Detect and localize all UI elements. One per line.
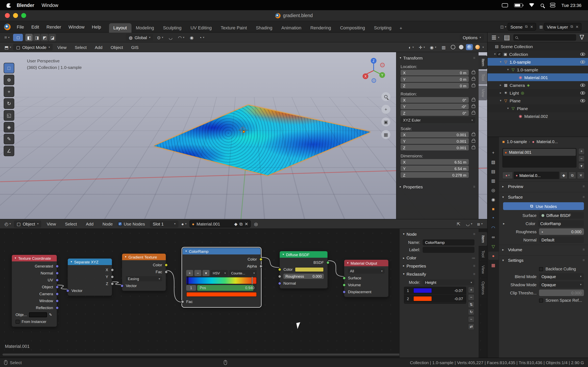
zoom-button[interactable] xyxy=(381,92,390,101)
axis-value-field[interactable]: X0° xyxy=(401,97,469,103)
xray-toggle[interactable]: ▥ xyxy=(440,43,447,51)
row-label[interactable]: Light xyxy=(510,90,519,95)
interpolation-dropdown[interactable]: Counte...▾ xyxy=(229,270,257,276)
sidebar-tab[interactable]: Item xyxy=(479,232,487,246)
disclosure-icon[interactable]: ▾ xyxy=(506,106,510,110)
gizmo-minus-z[interactable] xyxy=(372,78,376,83)
drag-grip-icon[interactable]: ≡ xyxy=(473,232,475,236)
row-label[interactable]: Plane xyxy=(510,98,521,103)
close-icon[interactable]: ✕ xyxy=(576,25,579,29)
settings-section-header[interactable]: ▾Settings ≡ xyxy=(499,255,588,265)
node-tree-arrows-icon[interactable]: ⇱ xyxy=(455,220,462,227)
new-material-button[interactable]: ⧉ xyxy=(568,172,576,179)
row-label[interactable]: Material.001 xyxy=(524,75,548,80)
reclassify-row[interactable]: 1 -0.07 xyxy=(404,287,466,295)
battery-icon[interactable] xyxy=(514,3,523,7)
disclosure-icon[interactable]: ▾ xyxy=(506,68,510,71)
properties-tab[interactable]: ▥ xyxy=(488,176,498,185)
visibility-dropdown[interactable]: ◐▾ xyxy=(407,43,415,51)
node-separate-xyz[interactable]: ▾ Separate XYZ X Y Z Vector xyxy=(67,258,112,296)
options-dropdown[interactable]: Options ▾ xyxy=(460,34,484,41)
properties-tab[interactable]: ▩ xyxy=(488,261,498,269)
backface-culling-checkbox[interactable] xyxy=(539,267,543,271)
tool-button[interactable]: + xyxy=(4,86,14,97)
collapse-icon[interactable]: ▾ xyxy=(347,261,348,265)
drag-grip-icon[interactable]: ≡ xyxy=(582,195,585,199)
workspace-tab[interactable]: Scripting xyxy=(370,23,396,33)
normal-field[interactable]: Default xyxy=(539,236,584,243)
topbar-menu[interactable]: Render xyxy=(43,24,65,30)
material-slot-list[interactable]: ● Material.001 xyxy=(502,148,577,167)
fake-user-shield-button[interactable]: ◆ xyxy=(560,172,568,179)
blender-logo-icon[interactable] xyxy=(4,24,11,30)
gizmo-y-axis[interactable]: Y xyxy=(379,72,385,78)
material-name-field[interactable]: ● Material.0... xyxy=(514,172,559,179)
snap-target-dropdown[interactable]: ◠▾ xyxy=(177,34,186,41)
viewport-menu[interactable]: View xyxy=(54,44,70,50)
shadow-mode-dropdown[interactable]: Opaque▾ xyxy=(539,281,584,288)
add-row-button[interactable]: + xyxy=(468,287,475,293)
copy-icon[interactable]: ⧉ xyxy=(525,25,528,29)
surface-shader-field[interactable]: Diffuse BSDF xyxy=(539,212,584,218)
workspace-tab[interactable]: Animation xyxy=(277,23,306,33)
node-output-socket[interactable]: BSDF xyxy=(280,259,328,266)
node-texture-coordinate[interactable]: ▾ Texture Coordinate Generated Normal UV… xyxy=(11,254,57,327)
curve-button[interactable]: ~ xyxy=(468,316,475,323)
terrain-plane-selected[interactable] xyxy=(152,105,370,175)
tool-button[interactable]: ✎ xyxy=(4,134,14,144)
lock-icon[interactable] xyxy=(472,133,475,136)
row-label[interactable]: Scene Collection xyxy=(501,44,533,49)
properties-tab[interactable]: ▧ xyxy=(488,158,498,166)
material-name-field[interactable]: ● Material.001 ◆ ⧉ ✕ xyxy=(190,220,251,227)
outliner-row[interactable]: ✓ ▤ Scene Collection xyxy=(488,42,588,50)
row-label[interactable]: Collection xyxy=(509,52,528,57)
drag-grip-icon[interactable]: ≡ xyxy=(473,56,475,60)
class-color-swatch[interactable] xyxy=(413,288,432,293)
tool-button[interactable]: □ xyxy=(4,63,14,73)
object-picker-row[interactable]: Obje... ✎ xyxy=(12,311,57,318)
properties-tab[interactable]: ∞ xyxy=(488,233,498,241)
collapse-icon[interactable]: ▾ xyxy=(185,250,187,253)
tool-button[interactable]: ◱ xyxy=(4,110,14,121)
transform-orientation-dropdown[interactable]: ◍ Global ▾ xyxy=(126,34,153,41)
spotlight-icon[interactable] xyxy=(541,3,544,7)
wifi-icon[interactable] xyxy=(529,3,535,7)
sidebar-tab[interactable]: Item xyxy=(479,55,487,69)
node-output-socket[interactable]: Generated xyxy=(12,263,57,269)
blend-mode-dropdown[interactable]: Opaque▾ xyxy=(539,273,584,280)
hide-eye-icon[interactable] xyxy=(580,60,585,63)
shading-material-button[interactable] xyxy=(466,44,473,50)
close-icon[interactable]: ✕ xyxy=(530,25,533,29)
properties-tab[interactable]: ◠ xyxy=(488,224,498,232)
snap-magnet-icon[interactable]: ◡▾ xyxy=(465,220,474,227)
disclosure-icon[interactable]: ▾ xyxy=(498,99,503,102)
lock-icon[interactable] xyxy=(472,99,475,101)
select-mode-tweak[interactable]: ◧ xyxy=(26,34,33,41)
fake-user-shield-icon[interactable]: ◆ xyxy=(234,221,237,226)
chevron-down-icon[interactable]: ▾ xyxy=(505,25,506,28)
outliner-row[interactable]: ▾ ✓ ▣ Collection xyxy=(488,50,588,58)
shader-menu[interactable]: Select xyxy=(61,221,80,227)
node-gradient-texture[interactable]: ▾ Gradient Texture Color Fac Easing▾ Vec… xyxy=(122,253,166,291)
screen-space-refraction-checkbox[interactable] xyxy=(539,298,543,302)
outliner-row[interactable]: ▾ ✓ ▽ 1.0-sample xyxy=(488,58,588,66)
axis-value-field[interactable]: Y-0° xyxy=(401,104,469,109)
app-menu[interactable]: Blender xyxy=(17,3,34,8)
properties-tab[interactable]: ◎ xyxy=(488,186,498,194)
sidebar-tab[interactable]: View xyxy=(479,86,487,100)
gizmos-dropdown[interactable]: ✛▾ xyxy=(417,43,426,51)
mode-dropdown[interactable]: Height▾ xyxy=(423,279,475,285)
transform-section-header[interactable]: ▾Transform ≡ xyxy=(397,54,479,62)
apple-menu-icon[interactable] xyxy=(7,2,11,8)
stop-position-slider[interactable]: Pos 0.940 xyxy=(197,285,257,291)
remove-slot-button[interactable]: − xyxy=(578,155,585,162)
ramp-stop-marker-active[interactable] xyxy=(251,276,253,285)
workspace-tab[interactable]: UV Editing xyxy=(186,23,216,33)
tool-button[interactable]: ⊕ xyxy=(4,75,14,85)
node-output-socket[interactable]: Reflection xyxy=(12,304,57,311)
volume-section-header[interactable]: ▸Volume ≡ xyxy=(499,245,588,254)
node-output-socket[interactable]: Normal xyxy=(12,269,57,276)
unlink-material-button[interactable]: ✕ xyxy=(577,172,585,179)
node-output-socket[interactable]: Camera xyxy=(12,290,57,297)
workspace-tab[interactable]: Rendering xyxy=(306,23,336,33)
